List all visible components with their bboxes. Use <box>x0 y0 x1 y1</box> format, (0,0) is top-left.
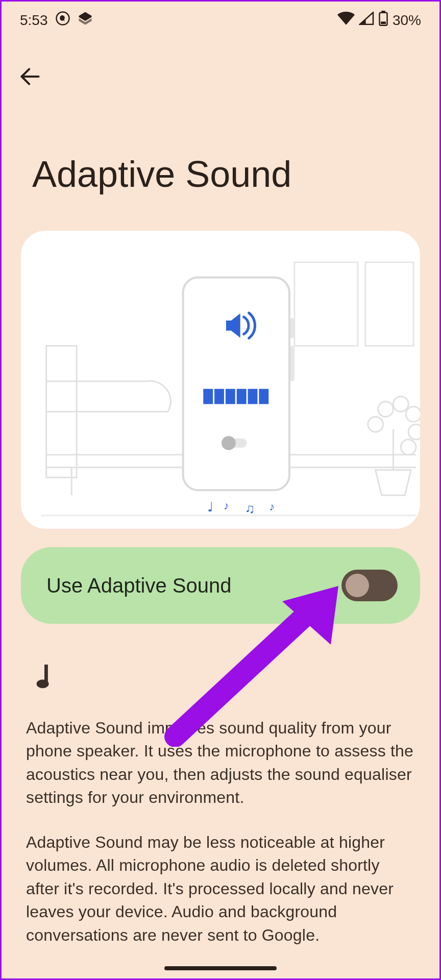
svg-point-10 <box>406 407 420 422</box>
use-adaptive-sound-label: Use Adaptive Sound <box>46 574 231 597</box>
svg-text:♩: ♩ <box>207 500 213 514</box>
wifi-icon <box>337 12 355 29</box>
svg-rect-23 <box>237 389 247 404</box>
svg-text:♫: ♫ <box>245 501 255 516</box>
svg-point-9 <box>393 397 408 412</box>
battery-icon <box>378 11 388 30</box>
svg-rect-21 <box>214 389 224 404</box>
svg-rect-25 <box>259 389 268 404</box>
svg-point-12 <box>401 439 416 455</box>
back-button[interactable] <box>15 61 45 92</box>
battery-percent: 30% <box>393 12 421 29</box>
description-paragraph-1: Adaptive Sound improves sound quality fr… <box>26 717 415 810</box>
svg-rect-18 <box>290 318 295 338</box>
svg-rect-20 <box>203 389 213 404</box>
package-icon <box>78 12 93 29</box>
use-adaptive-sound-row[interactable]: Use Adaptive Sound <box>21 547 420 624</box>
status-time: 5:53 <box>20 12 48 29</box>
page-title: Adaptive Sound <box>2 92 439 215</box>
illustration-card: ♩ ♪ ♫ ♪ <box>21 231 420 529</box>
description-paragraph-2: Adaptive Sound may be less noticeable at… <box>26 831 415 947</box>
svg-rect-3 <box>381 21 386 24</box>
svg-rect-19 <box>290 346 295 381</box>
svg-text:♪: ♪ <box>224 499 229 512</box>
svg-rect-6 <box>365 262 413 346</box>
use-adaptive-sound-toggle[interactable] <box>341 570 398 601</box>
svg-point-8 <box>378 402 394 417</box>
gesture-nav-handle[interactable] <box>164 966 277 970</box>
cellular-icon <box>359 12 374 29</box>
whatsapp-icon <box>55 11 70 30</box>
svg-rect-24 <box>248 389 258 404</box>
toggle-thumb <box>346 574 369 597</box>
arrow-left-icon <box>19 65 41 88</box>
svg-point-27 <box>222 436 236 450</box>
svg-point-7 <box>368 416 383 432</box>
svg-text:♪: ♪ <box>269 500 275 513</box>
svg-point-11 <box>408 424 420 439</box>
svg-point-34 <box>37 679 49 688</box>
status-bar: 5:53 <box>2 2 439 30</box>
svg-rect-17 <box>183 278 289 491</box>
svg-rect-22 <box>226 389 235 404</box>
svg-rect-5 <box>295 262 358 346</box>
music-note-icon <box>35 665 415 691</box>
